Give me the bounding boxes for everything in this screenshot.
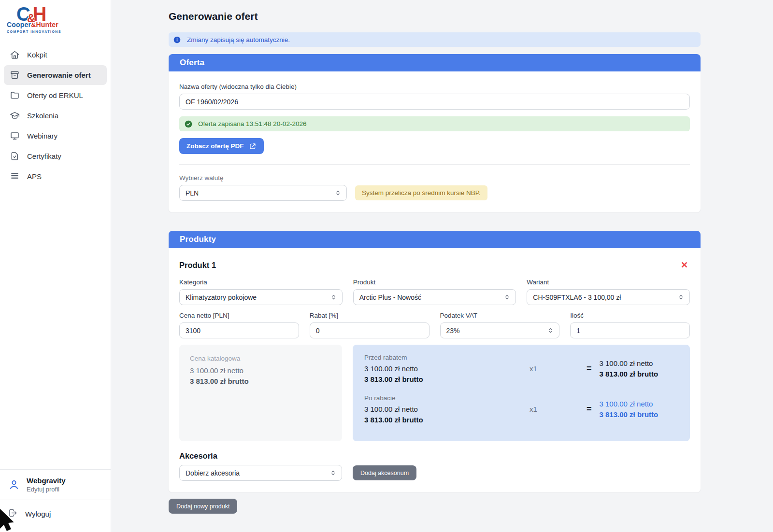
discount-label: Rabat [%] (310, 312, 429, 319)
sidebar-item-label: Generowanie ofert (27, 71, 91, 79)
net-price-field: Cena netto [PLN] (179, 312, 299, 338)
before-total-netto: 3 100.00 zł netto (600, 359, 658, 367)
offer-name-input[interactable] (179, 94, 690, 110)
catalog-brutto: 3 813.00 zł brutto (190, 377, 331, 385)
view-pdf-label: Zobacz ofertę PDF (186, 142, 244, 150)
remove-product-icon[interactable]: ✕ (679, 260, 690, 270)
logo-ampersand: & (27, 14, 35, 24)
user-name: Webgravity (27, 476, 66, 485)
autosave-banner: Zmiany zapisują się automatycznie. (169, 32, 701, 47)
folder-icon (10, 90, 20, 100)
accessories-heading: Akcesoria (179, 451, 690, 461)
add-accessory-button[interactable]: Dodaj akcesorium (353, 465, 416, 480)
chevron-updown-icon (329, 469, 337, 476)
sidebar-item-label: Kokpit (27, 51, 47, 59)
sidebar-item-oferty-od-erkul[interactable]: Oferty od ERKUL (4, 85, 107, 105)
products-section-header: Produkty (169, 231, 701, 248)
product-label: Produkt (353, 279, 516, 286)
after-discount-netto: 3 100.00 zł netto (364, 405, 519, 413)
accessories-row: Dobierz akcesoria Dodaj akcesorium (179, 465, 690, 481)
net-price-input[interactable] (179, 322, 299, 338)
after-discount-label: Po rabacie (364, 394, 519, 402)
sidebar-item-label: Oferty od ERKUL (27, 91, 83, 99)
currency-select[interactable]: PLN (179, 185, 347, 201)
offer-saved-text: Oferta zapisana 13:51:48 20-02-2026 (198, 120, 306, 127)
after-discount-block: Po rabacie 3 100.00 zł netto 3 813.00 zł… (364, 394, 519, 424)
vat-field: Podatek VAT 23% (440, 312, 560, 338)
after-total-group: = 3 100.00 zł netto 3 813.00 zł brutto (587, 400, 678, 419)
category-field: Kategoria Klimatyzatory pokojowe (179, 279, 343, 305)
sidebar-item-generowanie-ofert[interactable]: Generowanie ofert (4, 65, 107, 85)
sidebar-item-label: Webinary (27, 132, 57, 140)
discount-input[interactable] (310, 322, 429, 338)
divider (179, 164, 690, 165)
sidebar-item-webinary[interactable]: Webinary (4, 126, 107, 146)
check-circle-icon (185, 120, 192, 128)
main-area: Generowanie ofert Zmiany zapisują się au… (111, 0, 773, 532)
category-label: Kategoria (179, 279, 343, 286)
autosave-text: Zmiany zapisują się automatycznie. (187, 36, 290, 43)
before-discount-label: Przed rabatem (364, 354, 519, 361)
user-icon (8, 478, 20, 491)
quantity-input[interactable] (570, 322, 690, 338)
chevron-updown-icon (330, 294, 337, 301)
product-value: Arctic Plus - Nowość (359, 294, 421, 301)
sidebar-item-certyfikaty[interactable]: Certyfikaty (4, 146, 107, 166)
calculation-panel: Przed rabatem 3 100.00 zł netto 3 813.00… (353, 345, 690, 441)
after-discount-brutto: 3 813.00 zł brutto (364, 416, 519, 424)
sidebar: C & H Cooper&Hunter COMFORT INNOVATIONS … (0, 0, 111, 532)
catalog-price-panel: Cena katalogowa 3 100.00 zł netto 3 813.… (179, 345, 342, 441)
archive-icon (10, 70, 20, 80)
logout-button[interactable]: Wyloguj (0, 500, 111, 532)
sidebar-item-label: APS (27, 172, 42, 181)
before-discount-netto: 3 100.00 zł netto (364, 364, 519, 373)
edit-profile-link[interactable]: Edytuj profil (27, 486, 66, 493)
offer-saved-banner: Oferta zapisana 13:51:48 20-02-2026 (179, 116, 690, 131)
profile-button[interactable]: Webgravity Edytuj profil (0, 469, 111, 500)
accessories-select[interactable]: Dobierz akcesoria (179, 465, 342, 481)
sidebar-nav: Kokpit Generowanie ofert Oferty od ERKUL… (0, 41, 111, 187)
offer-card: Nazwa oferty (widoczna tylko dla Ciebie)… (169, 71, 701, 212)
logout-icon (8, 508, 18, 519)
sidebar-item-label: Szkolenia (27, 112, 58, 120)
product-field: Produkt Arctic Plus - Nowość (353, 279, 516, 305)
page-title: Generowanie ofert (169, 11, 701, 22)
calc-row-after-discount: Po rabacie 3 100.00 zł netto 3 813.00 zł… (364, 394, 678, 424)
monitor-icon (10, 131, 20, 141)
sidebar-item-kokpit[interactable]: Kokpit (4, 45, 107, 65)
offer-name-label: Nazwa oferty (widoczna tylko dla Ciebie) (179, 83, 690, 90)
document-check-icon (10, 151, 20, 161)
catalog-netto: 3 100.00 zł netto (190, 366, 331, 375)
sidebar-footer: Webgravity Edytuj profil Wyloguj (0, 469, 111, 532)
view-pdf-button[interactable]: Zobacz ofertę PDF (179, 138, 264, 154)
external-link-icon (249, 142, 257, 150)
quantity-field: Ilość (570, 312, 690, 338)
user-block: Webgravity Edytuj profil (27, 476, 66, 493)
add-product-button[interactable]: Dodaj nowy produkt (169, 499, 237, 514)
quantity-label: Ilość (570, 312, 690, 319)
vat-label: Podatek VAT (440, 312, 560, 319)
home-icon (10, 50, 20, 60)
sidebar-item-aps[interactable]: APS (4, 167, 107, 186)
graduation-cap-icon (10, 111, 20, 121)
vat-select[interactable]: 23% (440, 322, 560, 338)
after-multiplier: x1 (519, 405, 587, 413)
sidebar-item-szkolenia[interactable]: Szkolenia (4, 106, 107, 126)
variant-label: Wariant (527, 279, 690, 286)
app-root: C & H Cooper&Hunter COMFORT INNOVATIONS … (0, 0, 773, 532)
before-discount-brutto: 3 813.00 zł brutto (364, 375, 519, 383)
product-select[interactable]: Arctic Plus - Nowość (353, 289, 516, 305)
currency-label: Wybierz walutę (179, 174, 690, 182)
logout-label: Wyloguj (25, 510, 51, 518)
category-select[interactable]: Klimatyzatory pokojowe (179, 289, 343, 305)
equals-sign: = (587, 364, 592, 374)
offer-section-header: Oferta (169, 54, 701, 71)
cooper-hunter-logo: C & H Cooper&Hunter COMFORT INNOVATIONS (0, 0, 111, 41)
sidebar-item-label: Certyfikaty (27, 152, 61, 160)
currency-row: PLN System przelicza po średnim kursie N… (179, 185, 690, 201)
variant-value: CH-S09FTXLA6 - 3 100,00 zł (533, 294, 621, 301)
variant-select[interactable]: CH-S09FTXLA6 - 3 100,00 zł (527, 289, 690, 305)
currency-value: PLN (186, 189, 199, 197)
category-value: Klimatyzatory pokojowe (186, 294, 257, 301)
variant-field: Wariant CH-S09FTXLA6 - 3 100,00 zł (527, 279, 690, 305)
